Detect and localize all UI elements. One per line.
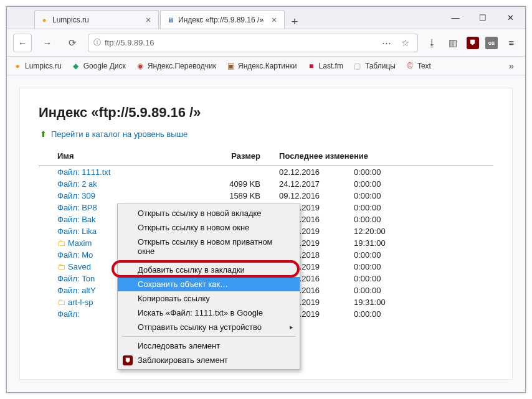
file-prefix: Файл: <box>57 167 82 177</box>
bookmark-icon: ■ <box>307 62 316 70</box>
file-link[interactable]: Maxim <box>68 238 92 248</box>
page-actions-icon[interactable]: ⋯ <box>379 35 394 50</box>
tab-ftp-index[interactable]: 🖥 Индекс «ftp://5.9.89.16 /» × <box>160 10 285 29</box>
bookmark-label: Google Диск <box>83 62 126 70</box>
file-prefix: Файл: <box>57 274 82 283</box>
back-button[interactable]: ← <box>13 34 32 52</box>
ctx-open-private[interactable]: Открыть ссылку в новом приватном окне <box>118 235 300 258</box>
ublock-icon: ⛊ <box>123 355 133 365</box>
bookmark-yandex-images[interactable]: ▣Яндекс.Картинки <box>226 62 297 70</box>
ctx-copy-link[interactable]: Копировать ссылку <box>118 291 300 306</box>
up-directory-label: Перейти в каталог на уровень выше <box>51 129 188 139</box>
tab-favicon: 🖥 <box>166 16 174 24</box>
bookmark-yandex-translate[interactable]: ◉Яндекс.Переводчик <box>136 62 216 70</box>
cell-time: 12:20:00 <box>341 225 493 237</box>
maximize-button[interactable]: ☐ <box>470 9 495 27</box>
cell-date: 02.12.2016 <box>279 166 341 179</box>
site-info-icon[interactable]: ⓘ <box>93 37 101 48</box>
column-size: Размер <box>198 149 279 166</box>
tab-title: Lumpics.ru <box>52 16 141 24</box>
close-window-button[interactable]: ✕ <box>498 9 523 27</box>
close-icon[interactable]: × <box>269 15 279 25</box>
ctx-bookmark-link[interactable]: Добавить ссылку в закладки <box>118 263 300 277</box>
tab-title: Индекс «ftp://5.9.89.16 /» <box>178 16 267 24</box>
menu-button[interactable]: ≡ <box>504 35 519 50</box>
cell-time: 0:00:00 <box>341 190 493 202</box>
table-row: Файл: 2 ak4099 KB24.12.20170:00:00 <box>39 178 493 190</box>
folder-icon: 🗀 <box>57 238 65 248</box>
column-modified: Последнее изменение <box>279 149 493 166</box>
library-icon[interactable]: ▥ <box>445 35 460 50</box>
close-icon[interactable]: × <box>143 15 153 25</box>
file-link[interactable]: 1111.txt <box>82 167 110 177</box>
ctx-block[interactable]: ⛊Заблокировать элемент <box>118 353 300 367</box>
file-link[interactable]: 2 ak <box>82 179 97 189</box>
nav-toolbar: ← → ⟳ ⓘ ftp://5.9.89.16 ⋯ ☆ ⭳ ▥ ⛊ os ≡ <box>7 29 525 57</box>
file-prefix: Файл: <box>57 227 82 236</box>
bookmark-icon: ◉ <box>136 62 145 70</box>
bookmark-icon: ▣ <box>226 62 235 70</box>
file-link[interactable]: altY <box>82 286 95 295</box>
bookmark-label: Яндекс.Картинки <box>238 62 297 70</box>
bookmark-label: Last.fm <box>319 62 343 70</box>
bookmark-star-icon[interactable]: ☆ <box>397 35 412 50</box>
ctx-send-device[interactable]: Отправить ссылку на устройство <box>118 320 300 334</box>
ctx-open-new-window[interactable]: Открыть ссылку в новом окне <box>118 220 300 235</box>
tab-favicon: ● <box>40 16 49 24</box>
up-arrow-icon: ⬆ <box>39 130 47 139</box>
cell-time: 0:00:00 <box>341 284 493 296</box>
bookmarks-overflow-icon[interactable]: » <box>504 59 519 73</box>
bookmark-label: Яндекс.Переводчик <box>148 62 216 70</box>
extension-icon[interactable]: os <box>485 37 498 49</box>
new-tab-button[interactable]: + <box>286 16 303 29</box>
bookmark-text[interactable]: ©Text <box>406 62 431 70</box>
titlebar: ● Lumpics.ru × 🖥 Индекс «ftp://5.9.89.16… <box>7 7 525 29</box>
bookmark-label: Таблицы <box>365 62 396 70</box>
forward-button[interactable]: → <box>38 34 57 52</box>
file-link[interactable]: BP8 <box>82 203 97 212</box>
page-title: Индекс «ftp://5.9.89.16 /» <box>39 105 493 121</box>
tab-lumpics[interactable]: ● Lumpics.ru × <box>34 10 159 29</box>
ctx-inspect[interactable]: Исследовать элемент <box>118 339 300 353</box>
column-name: Имя <box>39 149 198 166</box>
file-link[interactable]: art-l-sp <box>68 298 93 307</box>
reload-button[interactable]: ⟳ <box>63 34 82 52</box>
minimize-button[interactable]: — <box>443 9 468 27</box>
file-link[interactable]: Saved <box>68 262 91 271</box>
cell-time: 0:00:00 <box>341 308 493 320</box>
cell-time: 0:00:00 <box>341 178 493 190</box>
bookmark-lastfm[interactable]: ■Last.fm <box>307 62 343 70</box>
file-prefix: Файл: <box>57 215 82 224</box>
bookmark-icon: ◆ <box>72 62 80 70</box>
ctx-save-as[interactable]: Сохранить объект как… <box>118 277 300 291</box>
bookmark-tables[interactable]: ▢Таблицы <box>353 62 396 70</box>
cell-time: 0:00:00 <box>341 273 493 284</box>
ublock-icon[interactable]: ⛊ <box>467 37 479 49</box>
ctx-open-new-tab[interactable]: Открыть ссылку в новой вкладке <box>118 206 300 220</box>
cell-time: 19:31:00 <box>341 296 493 308</box>
up-directory-link[interactable]: ⬆ Перейти в каталог на уровень выше <box>39 129 493 139</box>
file-link[interactable]: Lika <box>82 227 97 236</box>
downloads-icon[interactable]: ⭳ <box>424 35 439 50</box>
cell-time: 0:00:00 <box>341 261 493 273</box>
url-bar[interactable]: ⓘ ftp://5.9.89.16 ⋯ ☆ <box>88 34 418 52</box>
cell-time: 0:00:00 <box>341 202 493 214</box>
bookmark-google-drive[interactable]: ◆Google Диск <box>72 62 126 70</box>
cell-date: 24.12.2017 <box>279 178 341 190</box>
bookmark-icon: ● <box>13 62 22 70</box>
file-prefix: Файл: <box>57 203 82 212</box>
ctx-search[interactable]: Искать «Файл: 1111.txt» в Google <box>118 306 300 320</box>
file-link[interactable]: Ton <box>82 274 95 283</box>
context-menu: Открыть ссылку в новой вкладке Открыть с… <box>117 204 300 370</box>
file-link[interactable]: 309 <box>82 191 95 200</box>
bookmark-label: Text <box>417 62 431 70</box>
cell-time: 0:00:00 <box>341 249 493 261</box>
file-prefix: Файл: <box>57 250 82 260</box>
file-link[interactable]: Mo <box>82 250 93 260</box>
separator <box>121 336 296 337</box>
bookmark-lumpics[interactable]: ●Lumpics.ru <box>13 62 62 70</box>
separator <box>121 260 296 261</box>
folder-icon: 🗀 <box>57 262 65 271</box>
file-link[interactable]: Bak <box>82 215 95 224</box>
tabstrip: ● Lumpics.ru × 🖥 Индекс «ftp://5.9.89.16… <box>7 7 443 29</box>
